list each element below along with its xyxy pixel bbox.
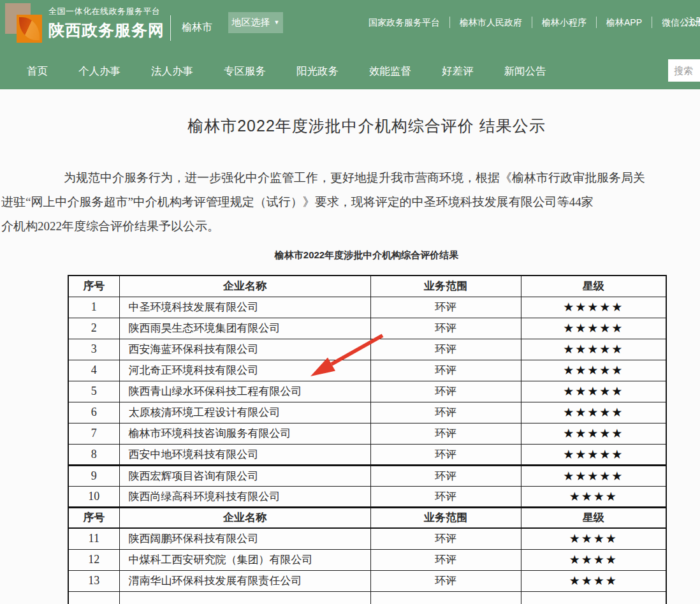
paragraph-line: 进驻“网上中介服务超市”中介机构考评管理规定（试行）》要求，现将评定的中圣环境科… [1, 190, 700, 214]
stars-cell: ★★★★ [521, 486, 666, 507]
paragraph-line: 介机构2022年度综合评价结果予以公示。 [1, 214, 700, 239]
scope-cell [370, 591, 521, 604]
company-name-cell: 中煤科工西安研究院（集团）有限公司 [119, 549, 370, 570]
register-link[interactable]: 注册 [685, 16, 700, 28]
company-name-cell: 榆林市环境科技咨询服务有限公司 [119, 423, 370, 444]
region-selector-label: 地区选择 [232, 17, 270, 29]
site-name: 陕西政务服务网 [48, 20, 164, 41]
nav-item-2[interactable]: 法人办事 [151, 64, 193, 78]
stars-cell: ★★★★★ [521, 318, 666, 339]
table-row: 6太原核清环境工程设计有限公司环评★★★★★ [68, 402, 666, 423]
table-row [68, 591, 666, 604]
company-name-cell [119, 591, 370, 604]
nav-item-6[interactable]: 好差评 [442, 64, 474, 78]
table-row: 9陕西宏辉项目咨询有限公司环评★★★★★ [68, 465, 666, 486]
header-cell: 企业名称 [119, 276, 370, 297]
scope-cell: 环评 [370, 444, 521, 465]
top-links: 国家政务服务平台榆林市人民政府榆林小程序榆林APP微信公众号 [359, 17, 700, 28]
stars-cell: ★★★★ [521, 549, 666, 570]
stars-cell: ★★★★★ [521, 465, 666, 486]
row-number-cell: 11 [68, 528, 119, 549]
stars-cell: ★★★★★ [521, 297, 666, 318]
site-titles: 全国一体化在线政务服务平台 陕西政务服务网 [48, 6, 164, 41]
row-number-cell: 3 [68, 339, 119, 360]
table-caption: 榆林市2022年度涉批中介机构综合评价结果 [0, 249, 700, 261]
announcement-paragraph: 为规范中介服务行为，进一步强化中介监管工作，更好地提升我市营商环境，根据《榆林市… [1, 166, 700, 239]
site-logo[interactable] [5, 3, 42, 44]
scope-cell: 环评 [370, 381, 521, 402]
scope-cell: 环评 [370, 318, 521, 339]
region-selector-button[interactable]: 地区选择 ▼ [228, 12, 283, 33]
header-cell: 企业名称 [119, 507, 370, 528]
table-row: 4河北奇正环境科技有限公司环评★★★★★ [68, 360, 666, 381]
row-number-cell: 10 [68, 486, 119, 507]
table-row: 10陕西尚绿高科环境科技有限公司环评★★★★ [68, 486, 666, 507]
company-name-cell: 西安海蓝环保科技有限公司 [119, 339, 370, 360]
results-table-body: 序号企业名称业务范围星级1中圣环境科技发展有限公司环评★★★★★2陕西雨昊生态环… [68, 276, 666, 604]
header-divider [170, 15, 171, 41]
table-row: 8西安中地环境科技有限公司环评★★★★★ [68, 444, 666, 465]
table-row: 5陕西青山绿水环保科技工程有限公司环评★★★★★ [68, 381, 666, 402]
scope-cell: 环评 [370, 465, 521, 486]
table-row: 1中圣环境科技发展有限公司环评★★★★★ [68, 297, 666, 318]
top-link-0[interactable]: 国家政务服务平台 [359, 17, 450, 28]
main-nav: 首页个人办事法人办事专区服务阳光政务效能监督好差评新闻公告 [0, 54, 700, 89]
row-number-cell: 12 [68, 549, 119, 570]
stars-cell: ★★★★★ [521, 381, 666, 402]
paragraph-line: 为规范中介服务行为，进一步强化中介监管工作，更好地提升我市营商环境，根据《榆林市… [1, 166, 700, 190]
table-row: 13渭南华山环保科技发展有限责任公司环评★★★★ [68, 570, 666, 591]
row-number-cell: 13 [68, 570, 119, 591]
nav-item-7[interactable]: 新闻公告 [504, 64, 546, 78]
scope-cell: 环评 [370, 339, 521, 360]
stars-cell: ★★★★★ [521, 402, 666, 423]
header-cell: 序号 [68, 507, 119, 528]
scope-cell: 环评 [370, 528, 521, 549]
row-number-cell: 8 [68, 444, 119, 465]
top-link-3[interactable]: 榆林APP [597, 17, 652, 28]
stars-cell: ★★★★★ [521, 360, 666, 381]
nav-item-3[interactable]: 专区服务 [224, 64, 266, 78]
row-number-cell: 7 [68, 423, 119, 444]
nav-item-5[interactable]: 效能监督 [369, 64, 411, 78]
page-title: 榆林市2022年度涉批中介机构综合评价 结果公示 [0, 115, 700, 136]
search-input[interactable] [668, 59, 700, 82]
company-name-cell: 太原核清环境工程设计有限公司 [119, 402, 370, 423]
company-name-cell: 陕西阔鹏环保科技有限公司 [119, 528, 370, 549]
stars-cell: ★★★★ [521, 570, 666, 591]
row-number-cell: 6 [68, 402, 119, 423]
header-cell: 星级 [521, 507, 666, 528]
top-link-2[interactable]: 榆林小程序 [532, 17, 597, 28]
nav-item-4[interactable]: 阳光政务 [296, 64, 339, 78]
company-name-cell: 陕西青山绿水环保科技工程有限公司 [119, 381, 370, 402]
header-cell: 星级 [521, 276, 666, 297]
row-number-cell [68, 591, 119, 604]
company-name-cell: 陕西雨昊生态环境集团有限公司 [119, 318, 370, 339]
row-number-cell: 2 [68, 318, 119, 339]
results-table: 序号企业名称业务范围星级1中圣环境科技发展有限公司环评★★★★★2陕西雨昊生态环… [68, 275, 667, 604]
company-name-cell: 陕西宏辉项目咨询有限公司 [119, 465, 370, 486]
company-name-cell: 陕西尚绿高科环境科技有限公司 [119, 486, 370, 507]
top-link-1[interactable]: 榆林市人民政府 [450, 17, 532, 28]
row-number-cell: 1 [68, 297, 119, 318]
scope-cell: 环评 [370, 423, 521, 444]
stars-cell: ★★★★★ [521, 423, 666, 444]
page: 全国一体化在线政务服务平台 陕西政务服务网 榆林市 地区选择 ▼ 国家政务服务平… [0, 0, 700, 604]
company-name-cell: 中圣环境科技发展有限公司 [119, 297, 370, 318]
company-name-cell: 西安中地环境科技有限公司 [119, 444, 370, 465]
current-city-label: 榆林市 [182, 21, 212, 34]
scope-cell: 环评 [370, 486, 521, 507]
scope-cell: 环评 [370, 549, 521, 570]
table-row: 12中煤科工西安研究院（集团）有限公司环评★★★★ [68, 549, 666, 570]
row-number-cell: 5 [68, 381, 119, 402]
scope-cell: 环评 [370, 570, 521, 591]
table-header-row: 序号企业名称业务范围星级 [68, 276, 666, 297]
nav-item-1[interactable]: 个人办事 [78, 64, 120, 78]
scope-cell: 环评 [370, 402, 521, 423]
site-header: 全国一体化在线政务服务平台 陕西政务服务网 榆林市 地区选择 ▼ 国家政务服务平… [0, 0, 700, 89]
company-name-cell: 渭南华山环保科技发展有限责任公司 [119, 570, 370, 591]
company-name-cell: 河北奇正环境科技有限公司 [119, 360, 370, 381]
table-row: 3西安海蓝环保科技有限公司环评★★★★★ [68, 339, 666, 360]
table-row: 7榆林市环境科技咨询服务有限公司环评★★★★★ [68, 423, 666, 444]
nav-item-0[interactable]: 首页 [27, 64, 48, 78]
table-header-row: 序号企业名称业务范围星级 [68, 507, 666, 528]
